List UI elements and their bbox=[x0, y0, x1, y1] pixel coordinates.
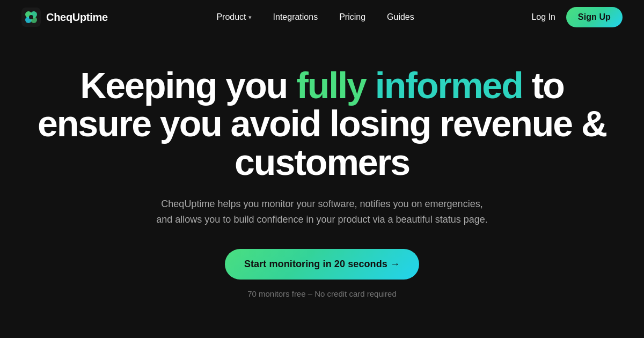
brand-name: CheqUptime bbox=[46, 11, 108, 24]
hero-title-space bbox=[366, 65, 375, 106]
svg-point-5 bbox=[29, 15, 33, 19]
nav-product[interactable]: Product ▾ bbox=[208, 8, 260, 26]
logo[interactable]: CheqUptime bbox=[21, 8, 108, 27]
nav-guides[interactable]: Guides bbox=[378, 8, 423, 26]
hero-highlight-informed: informed bbox=[375, 65, 523, 106]
cta-button[interactable]: Start monitoring in 20 seconds → bbox=[225, 249, 419, 280]
nav-pricing[interactable]: Pricing bbox=[331, 8, 374, 26]
hero-title-before: Keeping you bbox=[80, 65, 296, 106]
hero-highlight-fully: fully bbox=[296, 65, 366, 106]
hero-section: Keeping you fully informed to ensure you… bbox=[0, 34, 644, 320]
nav-links: Product ▾ Integrations Pricing Guides bbox=[208, 8, 422, 26]
nav-auth: Log In Sign Up bbox=[523, 7, 623, 27]
logo-icon bbox=[21, 8, 41, 27]
hero-subtitle: CheqUptime helps you monitor your softwa… bbox=[156, 196, 488, 227]
navbar: CheqUptime Product ▾ Integrations Pricin… bbox=[0, 0, 644, 34]
chevron-down-icon: ▾ bbox=[248, 14, 252, 21]
signup-button[interactable]: Sign Up bbox=[566, 7, 623, 27]
nav-integrations[interactable]: Integrations bbox=[265, 8, 327, 26]
login-button[interactable]: Log In bbox=[523, 8, 564, 26]
hero-title: Keeping you fully informed to ensure you… bbox=[27, 67, 617, 181]
cta-subtext: 70 monitors free – No credit card requir… bbox=[247, 289, 397, 298]
